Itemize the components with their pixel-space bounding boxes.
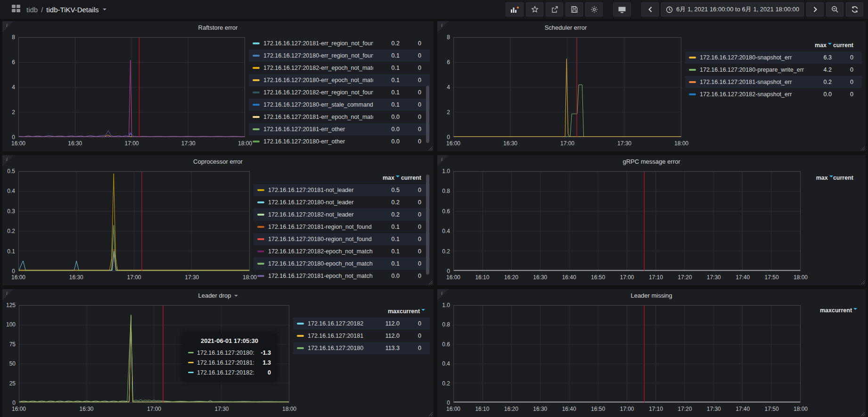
legend-series-label[interactable]: 172.16.16.127:20182 xyxy=(308,320,373,327)
floppy-save-icon xyxy=(571,6,578,13)
legend-header-max[interactable]: max xyxy=(373,175,400,181)
legend-series-label[interactable]: 172.16.16.127:20180-snapshot_err xyxy=(700,54,805,61)
panel-info-icon[interactable]: i xyxy=(437,21,449,33)
series-color-swatch[interactable] xyxy=(253,104,260,106)
panel-title[interactable]: Coprocessor error xyxy=(193,158,243,165)
series-color-swatch[interactable] xyxy=(253,128,260,130)
series-color-swatch[interactable] xyxy=(689,69,696,71)
legend-header-current[interactable]: current xyxy=(400,175,421,181)
panel-info-icon[interactable]: i xyxy=(2,289,14,300)
time-back-button[interactable] xyxy=(641,2,659,17)
time-range-picker-button[interactable]: 6月 1, 2021 16:00:00 to 6月 1, 2021 18:00:… xyxy=(661,2,804,17)
legend-header-max[interactable]: max xyxy=(808,307,832,314)
series-color-swatch[interactable] xyxy=(257,226,264,228)
legend-series-label[interactable]: 172.16.16.127:20182-epoch_not_match xyxy=(268,248,373,255)
legend-current-value: 0 xyxy=(832,91,853,98)
legend-series-label[interactable]: 172.16.16.127:20182-err_region_not_found xyxy=(263,89,373,96)
legend-series-label[interactable]: 172.16.16.127:20181-err_region_not_found xyxy=(263,40,373,47)
panel-info-icon[interactable]: i xyxy=(2,21,14,33)
breadcrumb-dashboard[interactable]: tidb-TiKV-Details xyxy=(46,6,98,14)
series-color-swatch[interactable] xyxy=(257,201,264,203)
grafana-logo-icon[interactable] xyxy=(11,4,21,15)
legend-series-label[interactable]: 172.16.16.127:20180-err_region_not_found xyxy=(263,52,373,59)
legend-series-label[interactable]: 172.16.16.127:20180-epoch_not_match xyxy=(268,260,373,267)
panel-title[interactable]: Raftstore error xyxy=(198,24,238,31)
panel-title[interactable]: Leader missing xyxy=(631,292,672,299)
dashboard-settings-button[interactable] xyxy=(585,2,603,17)
time-series-chart[interactable]: 86420 16:0016:3017:0017:3018:00 xyxy=(441,33,681,148)
legend-series-label[interactable]: 172.16.16.127:20180-not_leader xyxy=(268,199,373,206)
legend-scrollbar-thumb[interactable] xyxy=(426,175,429,275)
time-series-chart[interactable]: 86420 16:0016:3017:0017:3018:00 xyxy=(6,33,245,148)
refresh-button[interactable] xyxy=(846,2,863,17)
legend-series-label[interactable]: 172.16.16.127:20182-not_leader xyxy=(268,211,373,218)
share-dashboard-button[interactable] xyxy=(546,2,563,17)
legend-series-label[interactable]: 172.16.16.127:20181-snapshot_err xyxy=(700,79,805,85)
zoom-out-button[interactable] xyxy=(826,2,843,17)
legend-series-label[interactable]: 172.16.16.127:20182-err_epoch_not_match xyxy=(263,65,373,71)
time-forward-button[interactable] xyxy=(806,2,824,17)
series-color-swatch[interactable] xyxy=(253,55,260,57)
legend-series-label[interactable]: 172.16.16.127:20181-err_other xyxy=(263,126,373,133)
legend-header-current[interactable]: current xyxy=(832,307,853,314)
legend-header-max[interactable]: max xyxy=(373,308,400,315)
legend-max-value: 0.1 xyxy=(373,224,400,230)
panel-title[interactable]: Leader drop xyxy=(198,292,237,299)
mark-favorite-button[interactable] xyxy=(526,2,543,17)
series-color-swatch[interactable] xyxy=(689,93,696,95)
time-series-chart[interactable]: 1.00.80.60.40.20 16:0016:1016:2016:3016:… xyxy=(441,301,801,413)
legend-header-max[interactable]: max xyxy=(805,42,832,49)
series-color-swatch[interactable] xyxy=(297,323,304,325)
series-color-swatch[interactable] xyxy=(689,57,696,58)
breadcrumb-folder[interactable]: tidb xyxy=(26,6,38,14)
series-color-swatch[interactable] xyxy=(257,214,264,216)
series-color-swatch[interactable] xyxy=(297,347,304,349)
cycle-view-mode-button[interactable] xyxy=(613,2,631,17)
legend-series-label[interactable]: 172.16.16.127:20181-not_leader xyxy=(268,187,373,193)
top-navbar: tidb / tidb-TiKV-Details xyxy=(0,0,868,19)
panel-info-icon[interactable]: i xyxy=(2,155,14,167)
legend-header-current[interactable]: current xyxy=(832,42,853,49)
x-axis-labels: 16:0016:3017:0017:3018:00 xyxy=(18,271,250,282)
legend-series-label[interactable]: 172.16.16.127:20180-prepare_write_err xyxy=(700,67,805,73)
panel-info-icon[interactable]: i xyxy=(437,155,449,167)
legend-series-label[interactable]: 172.16.16.127:20182-snapshot_err xyxy=(700,91,805,98)
legend-max-value: 0.5 xyxy=(373,187,400,193)
time-series-chart[interactable]: 0.50.40.30.20.10 16:0016:3017:0017:3018:… xyxy=(6,167,250,282)
series-color-swatch[interactable] xyxy=(257,275,264,277)
series-color-swatch[interactable] xyxy=(253,67,260,69)
legend-series-label[interactable]: 172.16.16.127:20181 xyxy=(308,333,373,339)
series-color-swatch[interactable] xyxy=(257,189,264,191)
panel-title[interactable]: gRPC message error xyxy=(622,158,680,165)
series-color-swatch[interactable] xyxy=(253,141,260,142)
series-color-swatch[interactable] xyxy=(253,79,260,81)
legend-series-label[interactable]: 172.16.16.127:20180-err_other xyxy=(263,138,373,145)
legend-series-label[interactable]: 172.16.16.127:20180-err_epoch_not_match xyxy=(263,77,373,83)
save-dashboard-button[interactable] xyxy=(565,2,583,17)
legend-series-label[interactable]: 172.16.16.127:20180-err_stale_command xyxy=(263,101,373,108)
add-panel-button[interactable] xyxy=(506,2,524,17)
legend-series-label[interactable]: 172.16.16.127:20181-err_epoch_not_match xyxy=(263,114,373,120)
breadcrumb[interactable]: tidb / tidb-TiKV-Details xyxy=(26,6,106,14)
legend-series-label[interactable]: 172.16.16.127:20181-epoch_not_match xyxy=(268,273,373,279)
series-color-swatch[interactable] xyxy=(257,263,264,265)
series-color-swatch[interactable] xyxy=(253,42,260,44)
series-color-swatch[interactable] xyxy=(689,81,696,83)
legend-header-current[interactable]: current xyxy=(400,308,421,315)
legend-scrollbar[interactable] xyxy=(426,167,429,282)
panel-title[interactable]: Scheduler error xyxy=(545,24,587,31)
legend-series-label[interactable]: 172.16.16.127:20180-region_not_found xyxy=(268,236,373,242)
legend-series-label[interactable]: 172.16.16.127:20180 xyxy=(308,345,373,351)
legend-scrollbar[interactable] xyxy=(426,33,429,148)
legend-header-max[interactable]: max xyxy=(808,175,833,181)
legend-series-label[interactable]: 172.16.16.127:20181-region_not_found xyxy=(268,224,373,230)
series-color-swatch[interactable] xyxy=(253,116,260,118)
panel-info-icon[interactable]: i xyxy=(437,289,449,300)
time-series-chart[interactable]: 1.00.80.60.40.20 16:0016:1016:2016:3016:… xyxy=(441,167,801,282)
legend-header-current[interactable]: current xyxy=(833,175,853,181)
series-color-swatch[interactable] xyxy=(257,250,264,252)
legend-scrollbar-thumb[interactable] xyxy=(426,86,429,143)
series-color-swatch[interactable] xyxy=(257,238,264,240)
series-color-swatch[interactable] xyxy=(253,92,260,93)
series-color-swatch[interactable] xyxy=(297,335,304,337)
